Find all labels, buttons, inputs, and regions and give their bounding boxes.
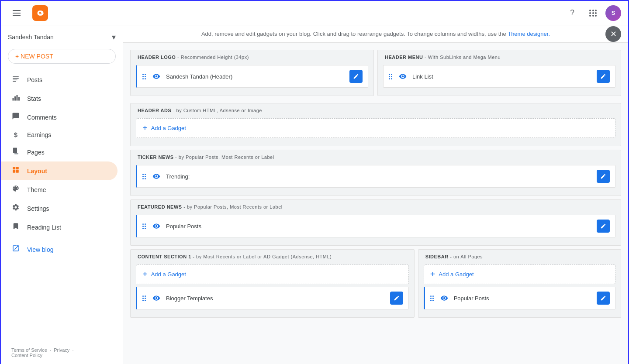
content-policy-link[interactable]: Content Policy	[11, 353, 42, 358]
ticker-news-subtitle: - by Popular Posts, Most Recents or Labe…	[175, 155, 274, 160]
header-logo-subtitle: - Recommended Height (34px)	[177, 55, 249, 60]
add-gadget-sidebar[interactable]: + Add a Gadget	[424, 264, 615, 284]
sidebar-item-settings[interactable]: Settings	[1, 199, 118, 218]
svg-rect-6	[17, 95, 18, 101]
earnings-icon: $	[11, 131, 20, 138]
avatar-initials: S	[605, 5, 621, 21]
sidebar-item-theme[interactable]: Theme	[1, 180, 118, 199]
drag-handle-content[interactable]	[142, 295, 146, 301]
new-post-button[interactable]: + NEW POST	[8, 49, 116, 64]
theme-designer-link[interactable]: Theme designer.	[508, 31, 550, 37]
gadget-edit-btn-menu[interactable]	[597, 70, 610, 83]
content-section-1-body: + Add a Gadget	[131, 262, 414, 317]
drag-handle-sidebar[interactable]	[430, 295, 434, 301]
svg-rect-13	[16, 167, 19, 169]
drag-dots	[142, 74, 146, 79]
ticker-news-section: TICKER NEWS - by Popular Posts, Most Rec…	[130, 150, 621, 196]
gadget-blogger-templates: Blogger Templates	[136, 287, 409, 309]
comments-icon	[11, 112, 20, 122]
help-icon: ?	[570, 8, 574, 17]
drag-handle-featured[interactable]	[142, 223, 146, 229]
stats-label: Stats	[27, 95, 41, 102]
gadget-blogger-templates-name: Blogger Templates	[166, 295, 390, 302]
ticker-news-header: TICKER NEWS - by Popular Posts, Most Rec…	[131, 150, 621, 162]
view-blog-item[interactable]: View blog	[1, 240, 118, 259]
svg-rect-1	[13, 78, 19, 79]
layout-icon	[11, 166, 20, 176]
app-layout: Sandesh Tandan ▾ + NEW POST Posts Stats	[1, 25, 628, 364]
stats-icon	[11, 93, 20, 103]
drag-handle-ticker[interactable]	[142, 174, 146, 179]
gadget-visibility-btn-blogger-templates[interactable]	[150, 292, 162, 304]
drag-handle-menu[interactable]	[389, 74, 392, 79]
gadget-trending-name: Trending:	[166, 173, 597, 180]
content-section-1-header: CONTENT SECTION 1 - by Most Recents or L…	[131, 250, 414, 262]
add-gadget-content-label: Add a Gadget	[151, 271, 186, 278]
sidebar-item-posts[interactable]: Posts	[1, 71, 118, 89]
apps-button[interactable]	[584, 4, 602, 22]
header-logo-body: Sandesh Tandan (Header)	[131, 62, 373, 96]
gadget-edit-btn-featured[interactable]	[597, 220, 610, 233]
gadget-edit-btn-blogger-templates[interactable]	[390, 292, 403, 305]
header-menu-section: HEADER MENU - With SubLinks and Mega Men…	[377, 50, 621, 96]
help-button[interactable]: ?	[563, 4, 581, 22]
sidebar-footer: Terms of Service · Privacy · Content Pol…	[1, 340, 123, 364]
posts-icon	[11, 75, 20, 85]
sidebar-item-stats[interactable]: Stats	[1, 89, 118, 108]
blog-name: Sandesh Tandan	[8, 34, 54, 41]
blog-selector[interactable]: Sandesh Tandan ▾	[1, 29, 123, 49]
sidebar: Sandesh Tandan ▾ + NEW POST Posts Stats	[1, 25, 123, 364]
privacy-link[interactable]: Privacy	[54, 347, 69, 353]
gadget-visibility-btn-featured[interactable]	[150, 220, 162, 232]
gadget-edit-btn-ticker[interactable]	[597, 170, 610, 183]
gadget-edit-btn-header-logo[interactable]	[349, 70, 363, 83]
hamburger-button[interactable]	[8, 4, 25, 22]
header-ads-section: HEADER ADS - by Custom HTML, Adsense or …	[130, 103, 621, 146]
close-button[interactable]: ✕	[605, 26, 621, 42]
header-logo-title: HEADER LOGO	[138, 55, 176, 60]
gadget-visibility-btn[interactable]	[150, 70, 162, 82]
theme-label: Theme	[27, 186, 46, 193]
featured-news-subtitle: - by Popular Posts, Most Recents or Labe…	[183, 204, 283, 209]
plus-icon: +	[142, 123, 148, 133]
gadget-edit-btn-sidebar-popular[interactable]	[597, 292, 610, 305]
gadget-link-list-name: Link List	[412, 73, 597, 80]
settings-icon	[11, 203, 20, 213]
add-gadget-header-ads[interactable]: + Add a Gadget	[136, 118, 615, 138]
featured-news-header: FEATURED NEWS - by Popular Posts, Most R…	[131, 200, 621, 212]
add-gadget-content-1[interactable]: + Add a Gadget	[136, 264, 409, 284]
svg-rect-12	[13, 167, 15, 169]
gadget-visibility-btn-sidebar-popular[interactable]	[438, 292, 450, 304]
main-content: Add, remove and edit gadgets on your blo…	[123, 25, 628, 364]
bottom-two-col: CONTENT SECTION 1 - by Most Recents or L…	[130, 249, 621, 321]
svg-rect-2	[13, 80, 17, 81]
add-gadget-label: Add a Gadget	[151, 125, 186, 131]
drag-dots-menu	[389, 74, 392, 79]
gadget-header-logo-name: Sandesh Tandan (Header)	[166, 73, 349, 80]
hamburger-icon	[9, 7, 24, 20]
ticker-news-body: Trending:	[131, 162, 621, 196]
content-section-1-subtitle: - by Most Recents or Label or AD Gadget …	[193, 254, 332, 259]
layout-label: Layout	[27, 168, 47, 175]
gadget-visibility-btn-ticker[interactable]	[150, 170, 162, 182]
posts-label: Posts	[27, 76, 42, 83]
blogger-logo-svg	[35, 8, 45, 18]
svg-rect-11	[14, 150, 16, 151]
gadget-visibility-btn-menu[interactable]	[397, 70, 409, 82]
sidebar-item-pages[interactable]: Pages	[1, 143, 118, 161]
terms-link[interactable]: Terms of Service	[11, 347, 47, 353]
sidebar-item-earnings[interactable]: $ Earnings	[1, 127, 118, 143]
sidebar-item-layout[interactable]: Layout	[1, 161, 118, 180]
gadget-sidebar-popular-posts-name: Popular Posts	[454, 295, 597, 302]
reading-list-icon	[11, 222, 20, 232]
header-menu-title: HEADER MENU	[385, 55, 423, 60]
svg-rect-7	[18, 97, 20, 100]
info-banner-text: Add, remove and edit gadgets on your blo…	[201, 31, 506, 37]
sidebar-item-reading-list[interactable]: Reading List	[1, 218, 118, 237]
drag-handle[interactable]	[142, 74, 146, 79]
close-icon: ✕	[610, 29, 617, 39]
header-menu-header: HEADER MENU - With SubLinks and Mega Men…	[378, 50, 621, 62]
svg-rect-5	[14, 96, 16, 101]
sidebar-item-comments[interactable]: Comments	[1, 108, 118, 127]
avatar[interactable]: S	[605, 5, 621, 21]
